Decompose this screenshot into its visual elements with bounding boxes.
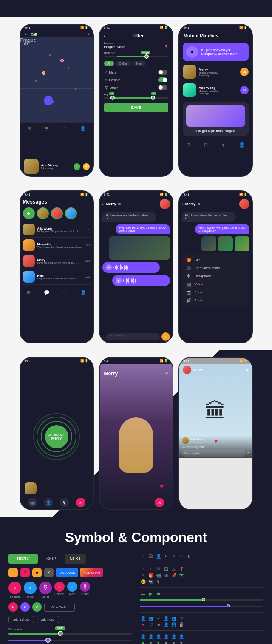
next-button[interactable]: NEXT (65, 554, 86, 564)
nav-prf-m[interactable]: 👤 (80, 290, 86, 295)
end-call-btn[interactable]: ✕ (76, 498, 85, 507)
menu-video-chat[interactable]: 🎥 Start video chats (185, 264, 246, 272)
message-btn-merry[interactable]: ✉ (240, 68, 249, 76)
audio-play-btn[interactable]: ▶ (106, 264, 112, 270)
story-reply: Say something... ↑ (182, 450, 249, 457)
msg-merry[interactable]: Merry Have the best suffers here of us 2… (23, 253, 91, 269)
skip-button[interactable]: SKIP (41, 554, 61, 564)
map-tab[interactable]: Map (31, 32, 37, 36)
like-btn[interactable]: ★ (83, 163, 90, 170)
save-button[interactable]: SAVE (104, 103, 168, 112)
match-item-merry[interactable]: Merry Mutual sympathy Presently ✉ (179, 63, 252, 81)
nav-explore[interactable]: ⊞ (27, 126, 31, 131)
mic-btn[interactable]: 🎙 (60, 498, 69, 507)
tab-online[interactable]: Online (116, 61, 131, 66)
female-circle-sm[interactable]: ♀ (54, 582, 65, 592)
list-tab[interactable]: List (24, 33, 28, 36)
nav-msg-m[interactable]: 💬 (44, 290, 50, 295)
close-icon[interactable]: ✕ (44, 568, 54, 577)
star-icon[interactable]: ★ (32, 568, 42, 577)
distance-slider[interactable]: 40 km (104, 56, 168, 57)
chat-input[interactable]: Say something... (106, 333, 159, 340)
nav-exp-m[interactable]: ⊞ (27, 290, 31, 295)
tab-new[interactable]: New (133, 61, 146, 66)
male-circle-sm[interactable]: ♂ (67, 582, 77, 592)
nav-hrt-m[interactable]: ♡ (63, 290, 67, 295)
send-btn[interactable]: ↑ (162, 332, 170, 341)
view-profile-btn[interactable]: View Profile (44, 603, 75, 612)
male-toggle[interactable] (158, 70, 167, 75)
msg-ada[interactable]: Ada Wong Hi, I agree. Will you show a ph… (23, 222, 91, 238)
add-person-btn[interactable]: 👤 (44, 498, 53, 507)
call-connect-btn[interactable]: Connect with Merry (45, 425, 68, 448)
match-item-ada[interactable]: Ada Wong Mutual sympathy Recently ✉ (179, 81, 252, 99)
nav-heart-m[interactable]: ♥ (222, 142, 225, 148)
profile-heart-btn[interactable]: ♥ (160, 482, 164, 490)
nav-profile-m[interactable]: 👤 (239, 142, 245, 148)
emoji-icon[interactable]: + (102, 335, 105, 339)
confirm-btn[interactable]: ✓ (32, 602, 42, 612)
nav-profile[interactable]: 👤 (80, 126, 86, 131)
other-toggle[interactable] (158, 85, 167, 90)
back-btn[interactable]: ‹ (104, 34, 105, 38)
button-row: DONE SKIP NEXT (8, 554, 132, 564)
story-header: Merry ✕ (183, 366, 249, 374)
story-3[interactable] (65, 207, 77, 219)
dist-slider-2[interactable] (8, 640, 132, 641)
female-circle[interactable]: ♀ (8, 582, 21, 594)
nav-heart[interactable]: ♡ (62, 126, 66, 131)
new-chat-btn[interactable]: + (23, 207, 35, 219)
add-video-btn[interactable]: Add video (37, 616, 59, 623)
story-1[interactable] (37, 207, 49, 219)
expand-icon[interactable]: ⤢ (165, 371, 168, 375)
reject-btn[interactable]: ✕ (8, 602, 18, 612)
recording-pause-btn[interactable]: ⏸ (116, 278, 122, 284)
message-btn-ada[interactable]: ✉ (240, 86, 249, 94)
filter-icon[interactable]: ⚙ (87, 32, 90, 36)
chat-back-btn[interactable]: ‹ (102, 202, 104, 207)
menu-photo[interactable]: 📷 Photo (185, 288, 246, 296)
menu-dictaphone[interactable]: 🎙 Dictaphone (185, 272, 246, 280)
story-close-btn[interactable]: ✕ (245, 368, 249, 372)
audio-message: ▶ (102, 262, 160, 273)
dist-slider[interactable]: 5 km (8, 633, 132, 635)
add-photo-btn[interactable]: Add a photo (8, 616, 34, 623)
story-reply-input[interactable]: Say something... (182, 450, 245, 457)
msg-margarita[interactable]: Margarita You're cute, but I'm not going… (23, 238, 91, 253)
thumb-3 (235, 236, 249, 251)
thumb-2 (218, 236, 233, 251)
small-slider-2[interactable] (140, 606, 264, 607)
nav-explore-m[interactable]: ⊞ (186, 142, 190, 148)
nav-map[interactable]: ⊟ (45, 126, 48, 131)
msg-helen[interactable]: Helen Why so birch in Russia expensive t… (23, 269, 91, 285)
chat-back-btn-2[interactable]: ‹ (182, 202, 183, 207)
done-button[interactable]: DONE (8, 554, 38, 564)
menu-gift[interactable]: 🎁 Gift (185, 256, 246, 264)
small-slider-1[interactable] (140, 599, 264, 601)
story-send-btn[interactable]: ↑ (247, 450, 249, 456)
mutual-title: Mutual Matches (179, 31, 252, 41)
arrow-icon[interactable]: → (8, 568, 18, 577)
x-icon[interactable]: ✕ (20, 568, 30, 577)
nav-map-m[interactable]: ⊟ (204, 142, 208, 148)
other-circle[interactable]: ⚧ (39, 582, 52, 594)
other-circle-sm[interactable]: ⚧ (80, 582, 90, 592)
close-profile-btn[interactable]: ✕ (155, 498, 164, 507)
like-action-btn[interactable]: ♥ (20, 602, 30, 612)
msg-avatar-helen (23, 271, 35, 283)
tab-all[interactable]: All (104, 61, 114, 66)
male-circle[interactable]: ♂ (24, 582, 37, 594)
sym-play: ▶ (148, 591, 154, 596)
sym-plus2: + (148, 567, 154, 571)
check-btn[interactable]: ✓ (74, 163, 80, 170)
instagram-btn[interactable]: INSTAGRAM (80, 568, 103, 577)
video-call-btn[interactable]: 📹 (28, 498, 37, 507)
menu-video[interactable]: 📹 Video (185, 280, 246, 288)
menu-audio[interactable]: 🔊 Audio (185, 296, 246, 304)
female-toggle[interactable] (158, 77, 167, 82)
bubble-sent-2: Hey, I agree. Will you show a photo of t… (195, 224, 249, 234)
facebook-btn[interactable]: FACEBOOK (56, 568, 78, 577)
bottom-nav-mutual: ⊞ ⊟ ♥ 👤 (179, 139, 252, 150)
chat-screen: ‹ Merry Hi, I know where the best coffee… (100, 197, 173, 343)
story-2[interactable] (51, 207, 63, 219)
